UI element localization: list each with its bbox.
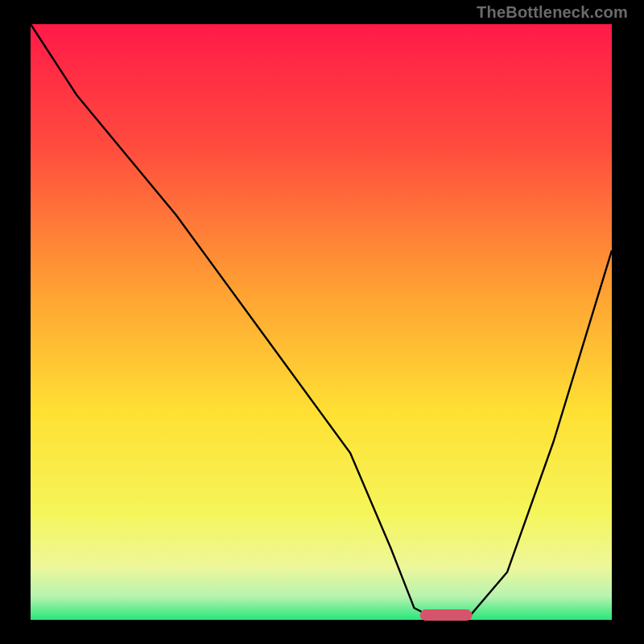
watermark-text: TheBottleneck.com xyxy=(477,3,628,22)
plot-area xyxy=(31,24,612,621)
gradient-background xyxy=(31,24,612,620)
chart-frame: TheBottleneck.com xyxy=(0,0,644,644)
optimal-range-marker xyxy=(420,609,473,621)
bottleneck-chart xyxy=(0,0,644,644)
